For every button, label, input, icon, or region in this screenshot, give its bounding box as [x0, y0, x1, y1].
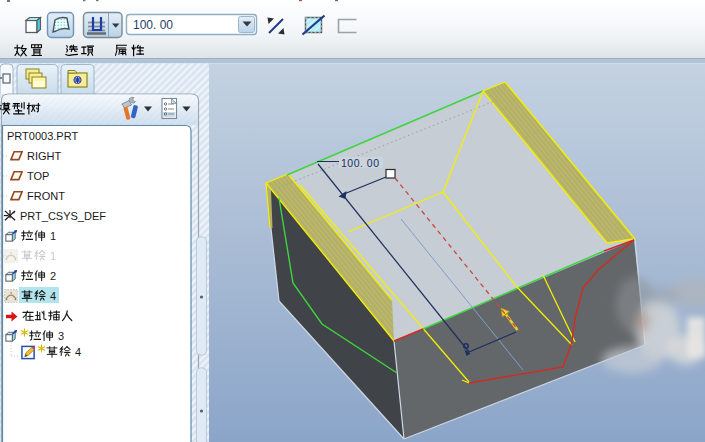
- svg-text:1: 1: [50, 250, 56, 262]
- svg-text:2: 2: [50, 270, 56, 282]
- svg-text:FRONT: FRONT: [27, 190, 65, 202]
- svg-text:RIGHT: RIGHT: [27, 150, 62, 162]
- svg-text:PRT_CSYS_DEF: PRT_CSYS_DEF: [20, 210, 106, 222]
- svg-text:4: 4: [75, 346, 81, 358]
- svg-text:1: 1: [50, 230, 56, 242]
- svg-text:100. 00: 100. 00: [341, 157, 380, 169]
- svg-text:PRT0003.PRT: PRT0003.PRT: [7, 130, 78, 142]
- svg-text:4: 4: [50, 290, 56, 302]
- svg-text:TOP: TOP: [27, 170, 49, 182]
- svg-text:3: 3: [58, 330, 64, 342]
- svg-text:100. 00: 100. 00: [133, 18, 173, 32]
